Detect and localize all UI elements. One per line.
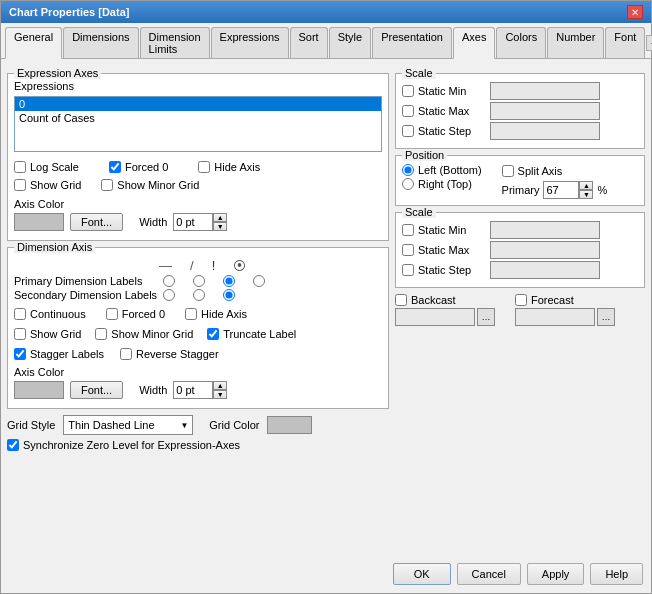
backcast-input[interactable] [395, 308, 475, 326]
forecast-item: Forecast … [515, 294, 615, 326]
checkboxes-row2: Show Grid Show Minor Grid [14, 176, 382, 194]
tab-general[interactable]: General [5, 27, 62, 59]
primary-radio-3[interactable] [223, 275, 235, 287]
backcast-btn[interactable]: … [477, 308, 495, 326]
forced-0-checkbox[interactable] [109, 161, 121, 173]
forecast-label: Forecast [531, 294, 574, 306]
primary-input[interactable] [543, 181, 579, 199]
primary-radio-4[interactable] [253, 275, 265, 287]
dim-static-min-input[interactable] [490, 221, 600, 239]
grid-style-dropdown[interactable]: Thin Dashed Line ▼ [63, 415, 193, 435]
axis-color-swatch[interactable] [14, 213, 64, 231]
static-min-checkbox[interactable] [402, 85, 414, 97]
secondary-radio-3[interactable] [223, 289, 235, 301]
dim-show-grid-label: Show Grid [30, 328, 81, 340]
reverse-stagger-label: Reverse Stagger [136, 348, 219, 360]
hide-axis-label: Hide Axis [214, 161, 260, 173]
secondary-radio-1[interactable] [163, 289, 175, 301]
width-input-group: ▲ ▼ [173, 213, 227, 231]
stagger-labels-checkbox[interactable] [14, 348, 26, 360]
forecast-btn[interactable]: … [597, 308, 615, 326]
percent-symbol: % [597, 184, 607, 196]
log-scale-checkbox[interactable] [14, 161, 26, 173]
tab-number[interactable]: Number [547, 27, 604, 58]
static-max-input[interactable] [490, 102, 600, 120]
width-label: Width [139, 216, 167, 228]
sync-checkbox[interactable] [7, 439, 19, 451]
dim-show-grid-checkbox[interactable] [14, 328, 26, 340]
secondary-radio-2[interactable] [193, 289, 205, 301]
apply-button[interactable]: Apply [527, 563, 585, 585]
width-up[interactable]: ▲ [213, 213, 227, 222]
dim-show-minor-grid-checkbox[interactable] [95, 328, 107, 340]
tab-dimension-limits[interactable]: Dimension Limits [140, 27, 210, 58]
show-grid-check: Show Grid [14, 179, 81, 191]
dim-static-step-checkbox[interactable] [402, 264, 414, 276]
split-axis-label: Split Axis [518, 165, 563, 177]
dim-forced-0-checkbox[interactable] [106, 308, 118, 320]
continuous-checkbox[interactable] [14, 308, 26, 320]
cancel-button[interactable]: Cancel [457, 563, 521, 585]
tab-scroll-left[interactable]: ◀ [646, 35, 652, 51]
tab-dimensions[interactable]: Dimensions [63, 27, 138, 58]
expression-axes-label: Expression Axes [14, 67, 101, 79]
width-down[interactable]: ▼ [213, 222, 227, 231]
reverse-stagger-checkbox[interactable] [120, 348, 132, 360]
width-input[interactable] [173, 213, 213, 231]
left-bottom-radio[interactable] [402, 164, 414, 176]
continuous-check: Continuous [14, 308, 86, 320]
backcast-forecast-row: Backcast … Forecast … [395, 294, 645, 326]
dim-static-max-checkbox[interactable] [402, 244, 414, 256]
static-step-checkbox[interactable] [402, 125, 414, 137]
grid-color-swatch[interactable] [267, 416, 312, 434]
dim-hide-axis-checkbox[interactable] [185, 308, 197, 320]
right-top-row: Right (Top) [402, 178, 482, 190]
forced-0-check: Forced 0 [109, 161, 168, 173]
static-max-row: Static Max [402, 102, 638, 120]
tab-font[interactable]: Font [605, 27, 645, 58]
primary-radio-2[interactable] [193, 275, 205, 287]
dim-static-max-input[interactable] [490, 241, 600, 259]
dim-width-up[interactable]: ▲ [213, 381, 227, 390]
forecast-checkbox[interactable] [515, 294, 527, 306]
tab-expressions[interactable]: Expressions [211, 27, 289, 58]
font-button[interactable]: Font... [70, 213, 123, 231]
dropdown-arrow-icon: ▼ [180, 421, 188, 430]
tab-axes[interactable]: Axes [453, 27, 495, 59]
close-button[interactable]: ✕ [627, 5, 643, 19]
backcast-checkbox[interactable] [395, 294, 407, 306]
show-grid-checkbox[interactable] [14, 179, 26, 191]
primary-down[interactable]: ▼ [579, 190, 593, 199]
list-item[interactable]: Count of Cases [15, 111, 381, 125]
static-step-input[interactable] [490, 122, 600, 140]
backcast-label: Backcast [411, 294, 456, 306]
dim-width-input[interactable] [173, 381, 213, 399]
dim-font-button[interactable]: Font... [70, 381, 123, 399]
split-axis-checkbox[interactable] [502, 165, 514, 177]
dim-static-min-checkbox[interactable] [402, 224, 414, 236]
hide-axis-check: Hide Axis [198, 161, 260, 173]
hide-axis-checkbox[interactable] [198, 161, 210, 173]
dim-axis-color-swatch[interactable] [14, 381, 64, 399]
help-button[interactable]: Help [590, 563, 643, 585]
forecast-input[interactable] [515, 308, 595, 326]
tab-sort[interactable]: Sort [290, 27, 328, 58]
primary-up[interactable]: ▲ [579, 181, 593, 190]
list-item[interactable]: 0 [15, 97, 381, 111]
right-top-radio[interactable] [402, 178, 414, 190]
tab-presentation[interactable]: Presentation [372, 27, 452, 58]
ok-button[interactable]: OK [393, 563, 451, 585]
expressions-listbox[interactable]: 0 Count of Cases [14, 96, 382, 152]
grid-style-label: Grid Style [7, 419, 55, 431]
tab-colors[interactable]: Colors [496, 27, 546, 58]
primary-value-row: Primary ▲ ▼ % [502, 181, 608, 199]
dim-static-step-input[interactable] [490, 261, 600, 279]
show-minor-grid-checkbox[interactable] [101, 179, 113, 191]
static-min-input[interactable] [490, 82, 600, 100]
position-radios: Left (Bottom) Right (Top) Split Axis [402, 162, 638, 199]
dim-width-down[interactable]: ▼ [213, 390, 227, 399]
tab-style[interactable]: Style [329, 27, 371, 58]
truncate-label-checkbox[interactable] [207, 328, 219, 340]
static-max-checkbox[interactable] [402, 105, 414, 117]
primary-radio-1[interactable] [163, 275, 175, 287]
